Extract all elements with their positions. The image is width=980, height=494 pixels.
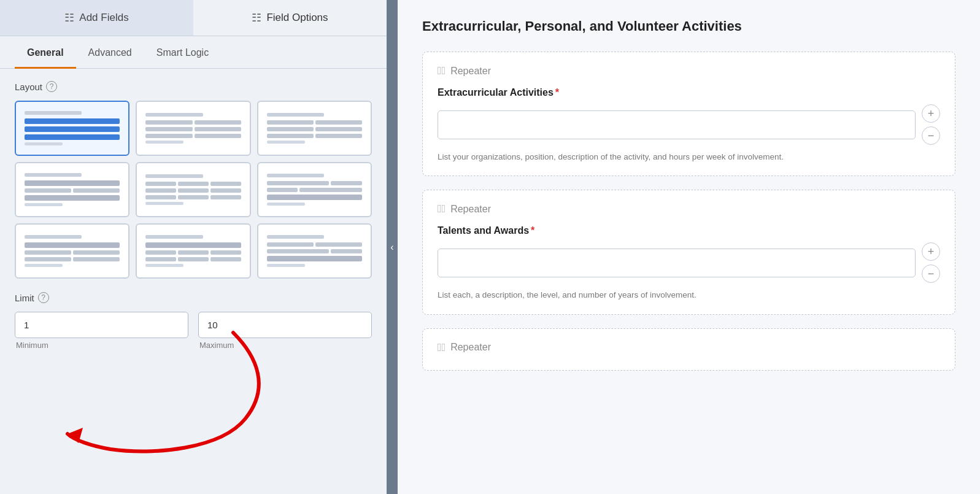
layout-option-7[interactable] [15,223,129,279]
panel-divider[interactable]: ‹ [387,0,398,494]
repeater-block-2: 👁⃤ Repeater Talents and Awards* + − List… [422,190,955,314]
limit-help-icon[interactable]: ? [38,292,49,303]
repeater-block-1: 👁⃤ Repeater Extracurricular Activities* … [422,52,955,176]
layout-option-6[interactable] [257,162,372,217]
sub-tab-general[interactable]: General [15,36,76,69]
add-row-btn-2[interactable]: + [922,242,940,261]
required-star-1: * [555,87,559,98]
collapse-icon: ‹ [390,242,393,253]
layout-option-3[interactable] [257,101,372,156]
max-field: Maximum [198,312,372,350]
repeater-label-row-1: 👁⃤ Repeater [438,64,940,77]
remove-row-btn-1[interactable]: − [922,126,940,145]
sub-tab-smart-logic[interactable]: Smart Logic [144,36,221,69]
sub-tab-advanced[interactable]: Advanced [76,36,144,69]
layout-option-4[interactable] [15,162,129,217]
layout-help-icon[interactable]: ? [46,81,57,92]
field-input-1[interactable] [438,110,916,139]
repeater-label-row-2: 👁⃤ Repeater [438,203,940,215]
panel-content: Layout ? [0,69,387,494]
add-fields-icon: ☷ [64,11,74,25]
repeater-icon-3: 👁⃤ [438,341,446,354]
max-label: Maximum [198,341,372,350]
min-field: Minimum [15,312,188,350]
repeater-label-row-3: 👁⃤ Repeater [438,341,940,354]
left-panel: ☷ Add Fields ☷ Field Options General Adv… [0,0,387,494]
limit-section: Limit ? Minimum Maximum [15,292,372,350]
field-input-row-2: + − [438,242,940,283]
remove-row-btn-2[interactable]: − [922,264,940,283]
field-input-row-1: + − [438,104,940,145]
tab-field-options[interactable]: ☷ Field Options [193,0,387,36]
layout-option-9[interactable] [257,223,372,279]
repeater-icon-2: 👁⃤ [438,203,446,215]
repeater-label-1: Repeater [450,66,491,77]
field-hint-1: List your organizations, position, descr… [438,151,940,163]
row-actions-2: + − [922,242,940,283]
layout-section-label: Layout ? [15,81,372,92]
layout-grid [15,101,372,279]
limit-section-label: Limit ? [15,292,372,303]
field-label-1: Extracurricular Activities* [438,87,940,98]
layout-option-2[interactable] [136,101,250,156]
tab-add-fields-label: Add Fields [79,12,128,24]
field-hint-2: List each, a description, the level, and… [438,289,940,301]
right-panel: Extracurricular, Personal, and Volunteer… [398,0,980,494]
repeater-label-3: Repeater [450,342,491,353]
repeater-label-2: Repeater [450,204,491,215]
field-label-2: Talents and Awards* [438,225,940,236]
row-actions-1: + − [922,104,940,145]
repeater-block-3: 👁⃤ Repeater [422,328,955,371]
tab-add-fields[interactable]: ☷ Add Fields [0,0,193,36]
required-star-2: * [531,225,534,236]
sub-tabs-bar: General Advanced Smart Logic [0,36,387,69]
layout-option-1[interactable] [15,101,129,156]
min-input[interactable] [15,312,188,338]
max-input[interactable] [198,312,372,338]
limit-inputs-row: Minimum Maximum [15,312,372,350]
tab-field-options-label: Field Options [266,12,328,24]
layout-option-5[interactable] [136,162,250,217]
repeater-icon-1: 👁⃤ [438,64,446,77]
min-label: Minimum [15,341,188,350]
field-options-icon: ☷ [252,11,261,25]
field-input-2[interactable] [438,249,916,277]
top-tabs-bar: ☷ Add Fields ☷ Field Options [0,0,387,36]
add-row-btn-1[interactable]: + [922,104,940,123]
layout-option-8[interactable] [136,223,250,279]
svg-marker-0 [68,428,83,443]
form-title: Extracurricular, Personal, and Volunteer… [422,18,955,34]
